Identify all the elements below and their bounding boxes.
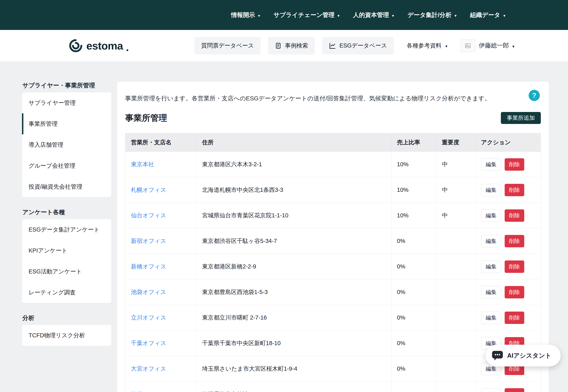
table-header-row: 営業所・支店名 住所 売上比率 重要度 アクション xyxy=(125,133,541,152)
table-row: 熊谷オフィス 埼玉県熊谷市筑波2-48-1 0% 編集削除 xyxy=(125,382,541,392)
actions-cell: 編集削除 xyxy=(476,382,541,392)
sales-ratio-cell: 0% xyxy=(391,305,436,331)
add-office-button[interactable]: 事業所追加 xyxy=(501,112,541,124)
offices-table: 営業所・支店名 住所 売上比率 重要度 アクション 東京本社 東京都港区六本木3… xyxy=(125,133,541,392)
sidebar-item-kpi-survey[interactable]: KPIアンケート xyxy=(22,240,111,261)
office-name-cell: 立川オフィス xyxy=(125,305,196,331)
sidebar-item-rating-survey[interactable]: レーティング調査 xyxy=(22,282,111,303)
office-name-cell: 熊谷オフィス xyxy=(125,382,196,392)
sales-ratio-cell: 0% xyxy=(391,382,436,392)
importance-cell xyxy=(436,331,476,356)
office-link[interactable]: 新橋オフィス xyxy=(131,263,166,270)
address-cell: 埼玉県さいたま市大宮区桜木町1-9-4 xyxy=(196,356,391,382)
office-name-cell: 大宮オフィス xyxy=(125,356,196,382)
table-row: 立川オフィス 東京都立川市曙町 2-7-16 0% 編集削除 xyxy=(125,305,541,331)
chevron-down-icon xyxy=(257,12,261,18)
actions-cell: 編集削除 xyxy=(476,203,541,228)
delete-button[interactable]: 削除 xyxy=(505,260,524,273)
office-link[interactable]: 札幌オフィス xyxy=(131,187,166,193)
esg-database-label: ESGデータベース xyxy=(339,42,387,50)
edit-button[interactable]: 編集 xyxy=(481,235,501,247)
edit-button[interactable]: 編集 xyxy=(481,209,501,222)
office-link[interactable]: 大宮オフィス xyxy=(131,365,166,372)
brand-logo[interactable]: estoma xyxy=(68,38,128,54)
case-search-button[interactable]: 事例検索 xyxy=(268,37,315,55)
importance-cell xyxy=(436,382,476,392)
sidebar-item-store-management[interactable]: 導入店舗管理 xyxy=(22,134,111,155)
sales-ratio-cell: 0% xyxy=(391,254,436,280)
title-row: 事業所管理 事業所追加 xyxy=(125,112,541,124)
chat-bubble-icon xyxy=(492,350,503,361)
reference-materials-label: 各種参考資料 xyxy=(407,42,441,50)
actions-cell: 編集削除 xyxy=(476,177,541,203)
top-navbar: 情報開示 サプライチェーン管理 人的資本管理 データ集計/分析 組織データ xyxy=(0,0,568,30)
table-row: 千葉オフィス 千葉県千葉市中央区新町18-10 0% 編集削除 xyxy=(125,331,541,356)
delete-button[interactable]: 削除 xyxy=(505,388,524,392)
user-avatar[interactable] xyxy=(461,40,475,52)
nav-human-capital[interactable]: 人的資本管理 xyxy=(353,11,395,19)
delete-button[interactable]: 削除 xyxy=(505,312,524,324)
table-row: 仙台オフィス 宮城県仙台市青葉区花京院1-1-10 10% 中 編集削除 xyxy=(125,203,541,228)
broken-image-icon xyxy=(465,42,471,49)
actions-cell: 編集削除 xyxy=(476,228,541,254)
col-header-actions: アクション xyxy=(476,133,541,152)
sales-ratio-cell: 10% xyxy=(391,203,436,228)
office-link[interactable]: 千葉オフィス xyxy=(131,340,166,346)
office-link[interactable]: 池袋オフィス xyxy=(131,289,166,295)
col-header-office-name: 営業所・支店名 xyxy=(125,133,196,152)
office-link[interactable]: 熊谷オフィス xyxy=(131,391,166,392)
sidebar-item-esg-activity-survey[interactable]: ESG活動アンケート xyxy=(22,261,111,282)
sidebar-item-esg-data-survey[interactable]: ESGデータ集計アンケート xyxy=(22,219,111,240)
brand-registered-dot xyxy=(127,49,128,51)
sidebar-item-office-management[interactable]: 事業所管理 xyxy=(22,113,111,134)
sidebar-card-surveys: ESGデータ集計アンケート KPIアンケート ESG活動アンケート レーティング… xyxy=(22,219,111,303)
delete-button[interactable]: 削除 xyxy=(505,184,524,196)
sales-ratio-cell: 0% xyxy=(391,331,436,356)
table-row: 池袋オフィス 東京都豊島区西池袋1-5-3 0% 編集削除 xyxy=(125,280,541,305)
nav-org-data-label: 組織データ xyxy=(470,11,500,19)
office-link[interactable]: 立川オフィス xyxy=(131,314,166,321)
office-link[interactable]: 新宿オフィス xyxy=(131,238,166,244)
delete-button[interactable]: 削除 xyxy=(505,158,524,171)
estoma-logo-icon xyxy=(68,38,84,54)
ai-assistant-button[interactable]: AIアシスタント xyxy=(486,345,561,366)
delete-button[interactable]: 削除 xyxy=(505,235,524,247)
delete-button[interactable]: 削除 xyxy=(505,286,524,298)
questionnaire-db-button[interactable]: 質問票データベース xyxy=(194,37,261,55)
page-description: 事業所管理を行います。各営業所・支店へのESGデータアンケートの送付/回答集計管… xyxy=(125,95,541,102)
help-button[interactable]: ? xyxy=(529,90,540,101)
nav-supply-chain[interactable]: サプライチェーン管理 xyxy=(274,11,340,19)
office-link[interactable]: 東京本社 xyxy=(131,161,154,168)
importance-cell xyxy=(436,254,476,280)
nav-org-data[interactable]: 組織データ xyxy=(470,11,506,19)
office-name-cell: 千葉オフィス xyxy=(125,331,196,356)
edit-button[interactable]: 編集 xyxy=(481,388,501,392)
actions-cell: 編集削除 xyxy=(476,280,541,305)
sales-ratio-cell: 0% xyxy=(391,228,436,254)
table-row: 大宮オフィス 埼玉県さいたま市大宮区桜木町1-9-4 0% 編集削除 xyxy=(125,356,541,382)
sidebar-item-investment-companies[interactable]: 投資/融資先会社管理 xyxy=(22,176,111,197)
edit-button[interactable]: 編集 xyxy=(481,286,501,298)
chevron-down-icon xyxy=(503,12,506,18)
nav-disclosure[interactable]: 情報開示 xyxy=(231,11,261,19)
user-menu[interactable]: 伊藤総一郎 xyxy=(479,42,515,50)
nav-data-analysis-label: データ集計/分析 xyxy=(407,11,451,19)
address-cell: 北海道札幌市中央区北1条西3-3 xyxy=(196,177,391,203)
edit-button[interactable]: 編集 xyxy=(481,184,501,196)
table-row: 新橋オフィス 東京都港区新橋2-2-9 0% 編集削除 xyxy=(125,254,541,280)
reference-materials-dropdown[interactable]: 各種参考資料 xyxy=(405,37,450,55)
office-link[interactable]: 仙台オフィス xyxy=(131,212,166,219)
esg-database-button[interactable]: ESGデータベース xyxy=(322,37,394,55)
actions-cell: 編集削除 xyxy=(476,254,541,280)
address-cell: 東京都渋谷区千駄ヶ谷5-34-7 xyxy=(196,228,391,254)
edit-button[interactable]: 編集 xyxy=(481,158,501,171)
delete-button[interactable]: 削除 xyxy=(505,209,524,222)
nav-data-analysis[interactable]: データ集計/分析 xyxy=(407,11,457,19)
sidebar-item-tcfd-analysis[interactable]: TCFD物理リスク分析 xyxy=(22,325,111,346)
edit-button[interactable]: 編集 xyxy=(481,260,501,273)
sidebar-item-supplier-management[interactable]: サプライヤー管理 xyxy=(22,92,111,113)
col-header-address: 住所 xyxy=(196,133,391,152)
sidebar-item-group-companies[interactable]: グループ会社管理 xyxy=(22,155,111,176)
edit-button[interactable]: 編集 xyxy=(481,312,501,324)
table-row: 札幌オフィス 北海道札幌市中央区北1条西3-3 10% 中 編集削除 xyxy=(125,177,541,203)
